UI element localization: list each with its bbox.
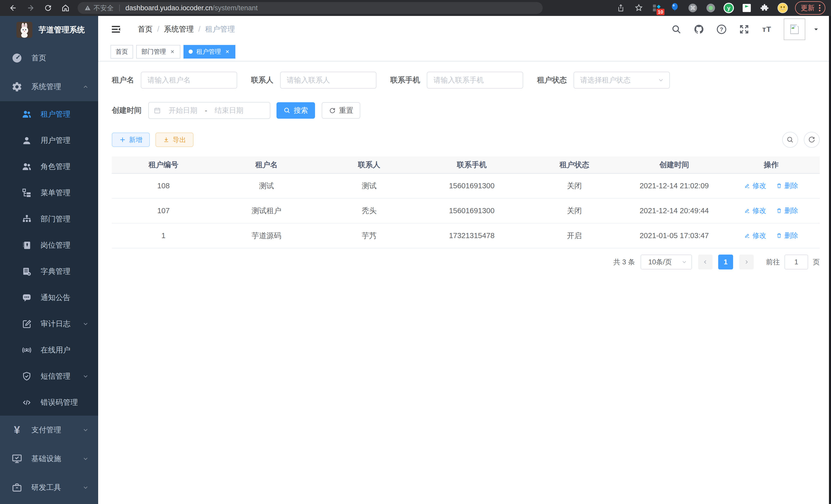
extension-balloon-icon[interactable] xyxy=(669,2,681,13)
app-logo-row[interactable]: 芋道管理系统 xyxy=(0,16,98,44)
page-size-select[interactable]: 10条/页 xyxy=(640,255,692,269)
browser-forward-icon[interactable] xyxy=(23,2,38,14)
chevron-up-icon xyxy=(82,84,89,90)
sidebar-item-dept[interactable]: 部门管理 xyxy=(0,206,98,232)
sidebar-item-tenant[interactable]: 租户管理 xyxy=(0,101,98,127)
tab-dept[interactable]: 部门管理 xyxy=(136,45,180,59)
table-row[interactable]: 108 测试 测试 15601691300 关闭 2021-12-14 21:0… xyxy=(112,173,820,198)
sidebar-item-system[interactable]: 系统管理 xyxy=(0,72,98,101)
extension-y-icon[interactable]: y xyxy=(723,2,735,13)
delete-link[interactable]: 删除 xyxy=(776,206,798,215)
page-number-1[interactable]: 1 xyxy=(718,255,733,269)
sidebar-item-infrastructure[interactable]: 基础设施 xyxy=(0,444,98,473)
caret-down-icon[interactable] xyxy=(813,26,819,32)
filter-row-1: 租户名 联系人 联系手机 租户状态 请选择租户状态 xyxy=(112,72,820,89)
reset-button[interactable]: 重置 xyxy=(322,102,360,119)
tab-tenant[interactable]: 租户管理 xyxy=(183,45,235,59)
github-icon[interactable] xyxy=(693,24,705,35)
table-row[interactable]: 107 测试租户 秃头 15601691300 关闭 2021-12-14 20… xyxy=(112,198,820,223)
status-value: 开启 xyxy=(523,223,626,248)
browser-home-icon[interactable] xyxy=(58,2,73,14)
col-phone: 联系手机 xyxy=(420,156,523,173)
extension-recorder-icon[interactable] xyxy=(705,2,716,13)
sidebar-item-role[interactable]: 角色管理 xyxy=(0,154,98,180)
edit-link[interactable]: 修改 xyxy=(744,231,766,240)
extension-tag-manager-icon[interactable]: 10 xyxy=(651,2,662,13)
sidebar-item-dev-tools[interactable]: 研发工具 xyxy=(0,473,98,502)
security-warning[interactable]: 不安全 xyxy=(84,4,114,12)
url-bar[interactable]: 不安全 dashboard.yudao.iocoder.cn/system/te… xyxy=(78,2,543,14)
share-icon[interactable] xyxy=(615,2,627,13)
sidebar-item-error-code[interactable]: 错误码管理 xyxy=(0,389,98,416)
sidebar-item-label: 审计日志 xyxy=(40,319,70,329)
extension-badge: 10 xyxy=(657,9,664,15)
edit-link[interactable]: 修改 xyxy=(744,206,766,215)
tenant-status-select[interactable]: 请选择租户状态 xyxy=(574,72,670,89)
breadcrumb-home[interactable]: 首页 xyxy=(138,24,153,34)
add-button[interactable]: 新增 xyxy=(112,132,150,147)
browser-reload-icon[interactable] xyxy=(40,2,56,14)
extensions-puzzle-icon[interactable] xyxy=(759,2,770,13)
sidebar-item-label: 基础设施 xyxy=(31,454,61,464)
chevron-down-icon xyxy=(82,427,89,433)
sidebar-item-sms[interactable]: 短信管理 xyxy=(0,363,98,389)
tenant-name-input[interactable] xyxy=(141,72,237,89)
fullscreen-icon[interactable] xyxy=(739,24,750,35)
browser-back-icon[interactable] xyxy=(6,2,21,14)
refresh-table-icon[interactable] xyxy=(804,132,820,148)
page-unit-label: 页 xyxy=(813,258,820,267)
user-avatar[interactable] xyxy=(784,19,805,40)
font-size-icon[interactable]: ᴛT xyxy=(761,24,772,35)
sidebar-item-label: 角色管理 xyxy=(40,161,70,172)
extension-command-icon[interactable]: ⌘ xyxy=(687,2,698,13)
online-user-icon xyxy=(22,345,32,355)
show-search-toggle-icon[interactable] xyxy=(782,132,798,148)
sidebar-item-online-user[interactable]: 在线用户 xyxy=(0,337,98,363)
tenant-name-label: 租户名 xyxy=(112,75,134,85)
sidebar-item-user[interactable]: 用户管理 xyxy=(0,127,98,154)
status-label: 租户状态 xyxy=(537,75,567,85)
export-button[interactable]: 导出 xyxy=(155,132,194,147)
search-button[interactable]: 搜索 xyxy=(277,102,315,119)
goto-page-input[interactable] xyxy=(784,255,808,269)
bookmark-star-icon[interactable] xyxy=(633,2,644,13)
sidebar-collapse-icon[interactable] xyxy=(111,24,122,35)
date-end-input[interactable] xyxy=(210,106,248,115)
edit-link[interactable]: 修改 xyxy=(744,181,766,190)
sidebar-item-menu-mgmt[interactable]: 菜单管理 xyxy=(0,180,98,206)
sidebar-item-home[interactable]: 首页 xyxy=(0,44,98,72)
contact-input[interactable] xyxy=(280,72,376,89)
phone-input[interactable] xyxy=(427,72,523,89)
search-icon[interactable] xyxy=(671,24,682,35)
col-created: 创建时间 xyxy=(626,156,722,173)
tab-home[interactable]: 首页 xyxy=(111,45,133,59)
url-text[interactable]: dashboard.yudao.iocoder.cn/system/tenant xyxy=(125,4,258,12)
sidebar-item-audit-log[interactable]: 审计日志 xyxy=(0,311,98,337)
sidebar-item-notice[interactable]: 通知公告 xyxy=(0,285,98,311)
date-start-input[interactable] xyxy=(164,106,202,115)
date-range-picker[interactable]: - xyxy=(148,102,270,119)
sidebar-item-dict[interactable]: 字典管理 xyxy=(0,259,98,285)
delete-link[interactable]: 删除 xyxy=(776,181,798,190)
main-area: 首页 / 系统管理 / 租户管理 ? xyxy=(98,16,831,504)
status-value: 关闭 xyxy=(523,173,626,198)
page-header: 首页 / 系统管理 / 租户管理 ? xyxy=(98,16,831,42)
table-row[interactable]: 1 芋道源码 芋艿 17321315478 开启 2021-01-05 17:0… xyxy=(112,223,820,248)
tenant-page-content: 租户名 联系人 联系手机 租户状态 请选择租户状态 xyxy=(98,61,831,504)
browser-update-button[interactable]: 更新 xyxy=(795,1,825,14)
close-icon[interactable] xyxy=(170,49,175,55)
sidebar-item-payment[interactable]: ¥ 支付管理 xyxy=(0,416,98,444)
window-scrollbar[interactable] xyxy=(829,16,831,504)
close-icon[interactable] xyxy=(225,49,230,55)
prev-page-button[interactable] xyxy=(698,255,713,269)
extension-flag-icon[interactable] xyxy=(741,2,752,13)
sidebar-item-label: 支付管理 xyxy=(31,425,61,435)
breadcrumb-system[interactable]: 系统管理 xyxy=(164,24,194,34)
chevron-left-icon xyxy=(702,259,709,265)
next-page-button[interactable] xyxy=(739,255,754,269)
sidebar-item-post[interactable]: 岗位管理 xyxy=(0,232,98,259)
help-icon[interactable]: ? xyxy=(716,24,727,35)
profile-avatar-icon[interactable] xyxy=(777,2,789,13)
delete-link[interactable]: 删除 xyxy=(776,231,798,240)
chevron-down-icon xyxy=(82,373,89,380)
